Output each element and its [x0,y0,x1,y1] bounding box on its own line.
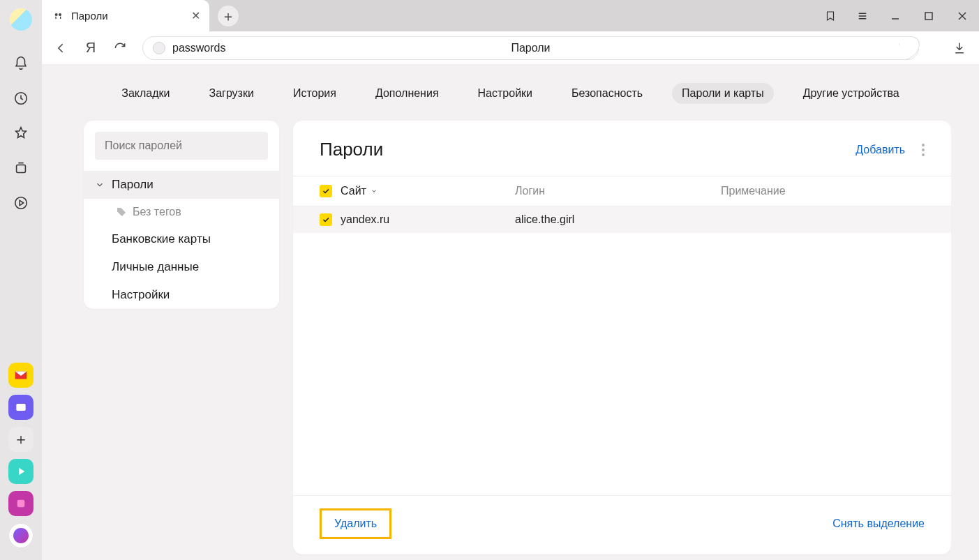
clear-selection-button[interactable]: Снять выделение [832,517,925,530]
password-row[interactable]: yandex.ru alice.the.girl [293,206,951,233]
new-tab-button[interactable]: ＋ [218,6,239,27]
browser-tab[interactable]: Пароли ✕ [42,0,209,31]
subcategory-no-tags-label: Без тегов [133,206,181,218]
app-add-icon[interactable]: ＋ [8,427,33,452]
subcategory-no-tags[interactable]: Без тегов [84,199,279,225]
categories-panel: Пароли Без тегов Банковские карты [84,121,279,554]
app-kinopoisk-icon[interactable] [8,395,33,420]
nav-extensions[interactable]: Дополнения [366,83,449,104]
row-site: yandex.ru [341,213,515,226]
more-menu-icon[interactable] [922,142,925,158]
window-minimize-icon[interactable] [879,0,912,31]
nav-bookmarks[interactable]: Закладки [112,83,179,104]
address-title: Пароли [511,42,550,54]
select-all-checkbox[interactable] [320,185,332,197]
app-mail-icon[interactable] [8,363,33,388]
category-passwords[interactable]: Пароли [84,171,279,199]
sort-caret-icon [371,188,378,195]
address-bar[interactable]: Пароли [142,36,919,60]
app-alice-icon[interactable] [8,523,33,548]
column-header-login[interactable]: Логин [515,185,721,197]
svg-rect-4 [17,500,25,508]
column-header-site[interactable]: Сайт [341,185,515,197]
category-passwords-label: Пароли [112,178,154,192]
passwords-table-header: Сайт Логин Примечание [293,176,951,206]
tab-favicon-passwords-icon [53,10,64,22]
settings-top-nav: Закладки Загрузки История Дополнения Нас… [42,65,979,121]
address-input[interactable] [172,42,368,54]
settings-page: Закладки Загрузки История Дополнения Нас… [42,65,979,560]
add-password-button[interactable]: Добавить [855,144,905,156]
row-checkbox[interactable] [320,213,332,226]
app-services-icon[interactable] [8,491,33,516]
browser-toolbar: Я Пароли [42,31,979,65]
nav-history[interactable]: История [283,83,346,104]
downloads-icon[interactable] [952,41,966,55]
column-header-note[interactable]: Примечание [721,185,925,197]
site-identity-icon[interactable] [153,42,165,54]
tab-close-icon[interactable]: ✕ [190,10,201,22]
nav-downloads[interactable]: Загрузки [199,83,263,104]
chevron-down-icon [95,180,105,190]
history-icon[interactable] [13,91,29,106]
back-icon[interactable] [54,41,68,55]
window-maximize-icon[interactable] [912,0,946,31]
nav-other-devices[interactable]: Другие устройства [793,83,909,104]
passwords-title: Пароли [320,139,383,160]
tag-icon [116,206,127,218]
category-personal-data[interactable]: Личные данные [84,253,279,281]
svg-rect-3 [16,404,25,411]
svg-rect-7 [925,13,932,20]
category-personal-data-label: Личные данные [112,260,199,274]
bell-icon[interactable] [13,56,29,71]
tab-strip: Пароли ✕ ＋ [42,0,979,31]
nav-security[interactable]: Безопасность [562,83,652,104]
play-circle-icon[interactable] [13,195,29,211]
category-bank-cards[interactable]: Банковские карты [84,225,279,253]
reload-icon[interactable] [113,41,127,55]
svg-point-2 [15,197,27,209]
nav-passwords-and-cards[interactable]: Пароли и карты [672,83,774,104]
category-bank-cards-label: Банковские карты [112,232,211,246]
left-vertical-bar: ＋ [0,0,42,560]
yandex-home-icon[interactable]: Я [84,41,98,55]
tab-title: Пароли [71,10,108,22]
svg-point-5 [55,13,58,16]
svg-point-6 [59,13,61,16]
collections-icon[interactable] [13,160,29,176]
passwords-panel: Пароли Добавить [293,121,951,554]
star-icon[interactable] [13,126,29,141]
category-settings-label: Настройки [112,288,170,302]
delete-button[interactable]: Удалить [320,508,391,539]
reading-list-icon[interactable] [814,0,846,31]
window-close-icon[interactable] [946,0,979,31]
nav-settings[interactable]: Настройки [468,83,542,104]
svg-rect-1 [17,165,26,172]
category-settings[interactable]: Настройки [84,281,279,309]
row-login: alice.the.girl [515,213,721,226]
avatar[interactable] [10,8,32,31]
menu-icon[interactable] [846,0,879,31]
password-search-input[interactable] [95,132,268,160]
app-music-icon[interactable] [8,459,33,484]
